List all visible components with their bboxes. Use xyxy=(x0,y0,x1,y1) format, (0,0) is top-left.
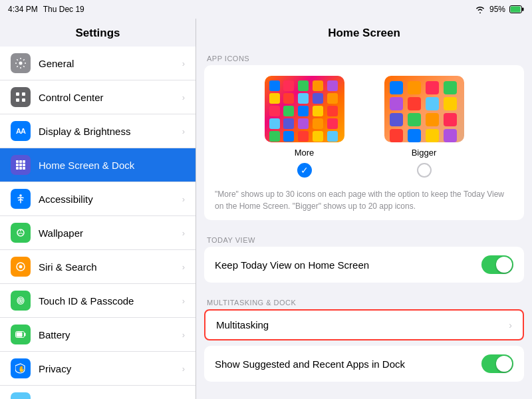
sidebar-item-display[interactable]: AA Display & Brightness › xyxy=(0,114,196,148)
svg-rect-10 xyxy=(23,160,25,163)
svg-rect-1 xyxy=(511,7,521,13)
bigger-preview xyxy=(384,76,464,142)
bigger-radio[interactable] xyxy=(417,163,432,178)
itunes-label: iTunes & App Store xyxy=(39,397,182,400)
display-label: Display & Brightness xyxy=(39,126,182,137)
svg-rect-12 xyxy=(19,164,22,166)
sidebar-item-privacy[interactable]: ✋ Privacy › xyxy=(0,352,196,386)
svg-rect-26 xyxy=(17,332,23,337)
svg-rect-6 xyxy=(16,98,19,102)
touchid-label: Touch ID & Passcode xyxy=(39,295,182,307)
content-area: Home Screen APP ICONS More xyxy=(196,19,532,399)
bigger-option[interactable]: Bigger xyxy=(384,76,464,178)
control-center-label: Control Center xyxy=(39,92,182,103)
svg-rect-4 xyxy=(16,92,19,96)
battery-label: Battery xyxy=(39,329,182,340)
accessibility-icon xyxy=(11,189,31,209)
battery-display: 95% xyxy=(489,5,505,14)
bigger-label: Bigger xyxy=(412,148,437,158)
multitasking-label: Multitasking xyxy=(216,319,269,331)
main-layout: Settings General › Contro xyxy=(0,19,532,399)
status-right: 95% xyxy=(475,5,524,14)
svg-rect-13 xyxy=(23,164,25,166)
home-screen-icon xyxy=(11,155,31,175)
general-label: General xyxy=(39,58,182,69)
wallpaper-icon xyxy=(11,223,31,243)
svg-rect-27 xyxy=(25,333,26,336)
wifi-icon xyxy=(475,5,485,13)
sidebar-item-wallpaper[interactable]: Wallpaper › xyxy=(0,216,196,250)
svg-rect-11 xyxy=(16,164,19,166)
control-center-icon xyxy=(11,87,31,107)
svg-point-19 xyxy=(20,230,21,231)
show-apps-label: Show Suggested and Recent Apps in Dock xyxy=(215,358,405,370)
privacy-icon: ✋ xyxy=(11,358,31,378)
time-display: 4:34 PM xyxy=(8,5,38,14)
status-bar: 4:34 PM Thu Dec 19 95% xyxy=(0,0,532,19)
keep-today-view-toggle[interactable] xyxy=(481,255,513,274)
sidebar: Settings General › Contro xyxy=(0,19,196,399)
svg-rect-16 xyxy=(23,167,25,170)
svg-point-21 xyxy=(19,265,23,269)
accessibility-label: Accessibility xyxy=(39,194,182,205)
multitasking-row[interactable]: Multitasking › xyxy=(204,309,524,340)
svg-text:✋: ✋ xyxy=(18,365,26,373)
home-screen-label: Home Screen & Dock xyxy=(39,160,185,171)
sidebar-item-accessibility[interactable]: Accessibility › xyxy=(0,182,196,216)
svg-rect-7 xyxy=(22,98,25,102)
privacy-label: Privacy xyxy=(39,363,182,374)
sidebar-item-siri[interactable]: Siri & Search › xyxy=(0,250,196,284)
more-label: More xyxy=(295,148,315,158)
battery-sidebar-icon xyxy=(11,325,31,344)
show-apps-toggle[interactable] xyxy=(481,354,513,373)
keep-today-view-row: Keep Today View on Home Screen xyxy=(204,247,524,283)
sidebar-item-general[interactable]: General › xyxy=(0,47,196,80)
sidebar-item-home-screen[interactable]: Home Screen & Dock xyxy=(0,148,196,182)
general-icon xyxy=(11,53,31,73)
svg-point-24 xyxy=(20,300,21,302)
svg-point-23 xyxy=(19,299,23,303)
display-icon: AA xyxy=(11,121,31,141)
svg-rect-2 xyxy=(522,8,524,11)
icon-description: "More" shows up to 30 icons on each page… xyxy=(204,186,524,220)
svg-rect-14 xyxy=(16,167,19,170)
sidebar-title: Settings xyxy=(0,19,196,47)
sidebar-item-control-center[interactable]: Control Center › xyxy=(0,80,196,114)
svg-rect-5 xyxy=(22,92,25,96)
today-view-section-label: TODAY VIEW xyxy=(196,231,532,247)
svg-rect-9 xyxy=(19,160,22,163)
date-display: Thu Dec 19 xyxy=(43,5,84,14)
siri-label: Siri & Search xyxy=(39,261,182,273)
sidebar-item-touchid[interactable]: Touch ID & Passcode › xyxy=(0,284,196,318)
keep-today-view-label: Keep Today View on Home Screen xyxy=(215,259,369,271)
icon-options-container: More ✓ Bigger xyxy=(204,65,524,186)
today-view-card: Keep Today View on Home Screen xyxy=(204,247,524,283)
multitasking-chevron: › xyxy=(509,320,512,331)
sidebar-item-itunes[interactable]: A iTunes & App Store › xyxy=(0,386,196,399)
svg-rect-8 xyxy=(16,160,19,163)
sidebar-item-battery[interactable]: Battery › xyxy=(0,318,196,352)
multitasking-section-label: MULTITASKING & DOCK xyxy=(196,293,532,309)
more-radio[interactable]: ✓ xyxy=(297,163,312,178)
more-option[interactable]: More ✓ xyxy=(265,76,344,178)
app-icons-section-label: APP ICONS xyxy=(196,49,532,65)
content-title: Home Screen xyxy=(196,19,532,49)
svg-point-17 xyxy=(19,194,22,197)
more-preview xyxy=(265,76,344,142)
touchid-icon xyxy=(11,291,31,311)
wallpaper-label: Wallpaper xyxy=(39,227,182,239)
show-apps-row: Show Suggested and Recent Apps in Dock xyxy=(204,346,524,382)
siri-icon xyxy=(11,257,31,277)
app-icons-card: More ✓ Bigger xyxy=(204,65,524,220)
itunes-icon: A xyxy=(11,392,31,399)
svg-point-3 xyxy=(19,62,23,65)
status-left: 4:34 PM Thu Dec 19 xyxy=(8,5,84,14)
battery-icon xyxy=(509,5,524,13)
svg-rect-15 xyxy=(19,167,22,170)
